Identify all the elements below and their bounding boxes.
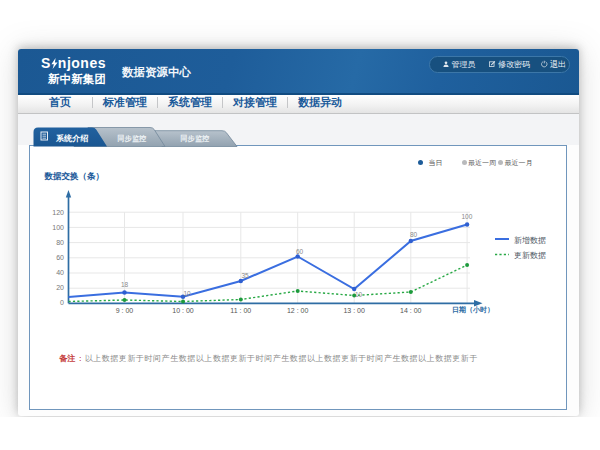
svg-text:同步监控: 同步监控 bbox=[118, 134, 148, 143]
svg-text:80: 80 bbox=[410, 231, 418, 238]
svg-text:60: 60 bbox=[296, 248, 304, 255]
svg-text:同步监控: 同步监控 bbox=[181, 134, 211, 143]
svg-text:10: 10 bbox=[355, 291, 363, 298]
svg-text:100: 100 bbox=[462, 213, 473, 220]
svg-text:10: 10 bbox=[184, 290, 192, 297]
svg-text:18: 18 bbox=[121, 281, 129, 288]
svg-text:系统介绍: 系统介绍 bbox=[55, 133, 88, 143]
svg-text:35: 35 bbox=[242, 272, 250, 279]
